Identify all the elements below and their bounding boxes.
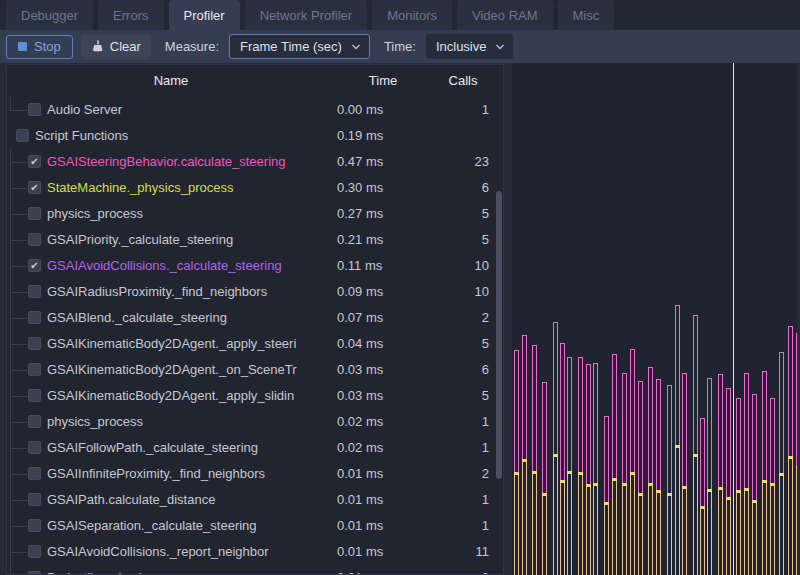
frame-bar-segment-pink [648,367,653,483]
frame-bar-segment-pink [560,343,565,480]
frame-bar[interactable] [675,305,680,575]
frame-bar-segment-tan [788,459,793,575]
table-row[interactable]: physics_process0.27 ms5 [7,201,503,227]
table-row[interactable]: GSAIRadiusProximity._find_neighbors0.09 … [7,279,503,305]
frame-bar[interactable] [718,374,723,575]
frame-bar[interactable] [762,371,767,575]
frame-bar[interactable] [638,381,643,575]
frame-bar[interactable] [788,326,793,575]
table-row[interactable]: GSAIInfiniteProximity._find_neighbors0.0… [7,461,503,487]
frame-bar[interactable] [648,367,653,575]
row-checkbox[interactable] [28,467,41,480]
frame-bar[interactable] [752,394,757,575]
tree-guide-dash [10,188,27,189]
frame-bar[interactable] [630,349,635,575]
table-row[interactable]: physics_process0.02 ms1 [7,409,503,435]
table-row[interactable]: GSAIPath.calculate_distance0.01 ms1 [7,487,503,513]
table-row[interactable]: GSAIFollowPath._calculate_steering0.02 m… [7,435,503,461]
stop-button[interactable]: Stop [6,35,73,59]
tab-debugger[interactable]: Debugger [6,0,93,30]
frame-time-graph[interactable] [512,63,797,575]
row-time: 0.07 ms [337,305,383,331]
tab-video-ram[interactable]: Video RAM [457,0,553,30]
tab-profiler[interactable]: Profiler [169,0,240,30]
frame-bar[interactable] [726,388,731,575]
row-checkbox[interactable] [28,103,41,116]
table-row[interactable]: GSAIBlend._calculate_steering0.07 ms2 [7,305,503,331]
frame-bar[interactable] [700,418,705,575]
row-checkbox[interactable] [28,571,41,574]
table-row[interactable]: Projectile._physics_process0.01 ms3 [7,565,503,574]
tab-misc[interactable]: Misc [558,0,615,30]
row-checkbox[interactable] [28,233,41,246]
row-checkbox[interactable] [28,493,41,506]
table-row[interactable]: GSAIAvoidCollisions._report_neighbor0.01… [7,539,503,565]
frame-bar[interactable] [770,398,775,575]
column-header-name[interactable]: Name [71,65,271,97]
row-checkbox[interactable] [28,519,41,532]
frame-bar-segment-tan [514,475,519,575]
frame-bar[interactable] [744,373,749,575]
row-checkbox[interactable] [28,363,41,376]
row-checkbox-checked[interactable]: ✔ [28,259,41,272]
frame-bar[interactable] [796,333,797,575]
row-checkbox-checked[interactable]: ✔ [28,155,41,168]
row-calls: 1 [482,513,489,539]
frame-bar[interactable] [567,357,572,575]
table-row[interactable]: GSAISeparation._calculate_steering0.01 m… [7,513,503,539]
row-time: 0.00 ms [337,97,383,123]
clear-button[interactable]: Clear [81,35,151,59]
row-checkbox[interactable] [28,441,41,454]
frame-bar[interactable] [514,350,519,575]
row-checkbox[interactable] [28,311,41,324]
frame-bar[interactable] [586,364,591,575]
tree-guide-dash [10,552,27,553]
frame-bar-segment-tan [604,505,609,575]
frame-bar[interactable] [779,352,784,575]
table-scrollbar-thumb[interactable] [496,191,502,479]
measure-dropdown[interactable]: Frame Time (sec) [229,34,370,59]
table-row[interactable]: Audio Server0.00 ms1 [7,97,503,123]
row-checkbox[interactable] [28,389,41,402]
frame-bar[interactable] [612,354,617,575]
row-checkbox[interactable] [28,285,41,298]
table-row[interactable]: ✔GSAIAvoidCollisions._calculate_steering… [7,253,503,279]
table-row[interactable]: ✔StateMachine._physics_process0.30 ms6 [7,175,503,201]
row-time: 0.02 ms [337,435,383,461]
tab-monitors[interactable]: Monitors [372,0,452,30]
frame-bar[interactable] [707,378,712,575]
frame-bar-segment-tan [682,489,687,575]
table-row[interactable]: GSAIPriority._calculate_steering0.21 ms5 [7,227,503,253]
tab-network-profiler[interactable]: Network Profiler [245,0,367,30]
table-row[interactable]: GSAIKinematicBody2DAgent._apply_steeri0.… [7,331,503,357]
frame-bar[interactable] [693,315,698,575]
frame-bar[interactable] [656,379,661,575]
frame-bar[interactable] [560,343,565,575]
frame-bar[interactable] [542,382,547,575]
column-header-time[interactable]: Time [337,65,429,97]
table-row[interactable]: GSAIKinematicBody2DAgent._apply_slidin0.… [7,383,503,409]
frame-bar[interactable] [667,385,672,575]
table-row[interactable]: ✔GSAISteeringBehavior.calculate_steering… [7,149,503,175]
column-header-calls[interactable]: Calls [421,65,504,97]
row-checkbox[interactable] [16,129,29,142]
frame-bar[interactable] [622,373,627,575]
frame-bar[interactable] [532,345,537,575]
frame-bar[interactable] [682,373,687,575]
frame-bar[interactable] [593,363,598,575]
row-checkbox[interactable] [28,415,41,428]
frame-bar[interactable] [553,322,558,575]
frame-bar[interactable] [736,398,741,575]
row-checkbox[interactable] [28,545,41,558]
row-checkbox-checked[interactable]: ✔ [28,181,41,194]
frame-bar[interactable] [578,357,583,575]
row-checkbox[interactable] [28,337,41,350]
row-checkbox[interactable] [28,207,41,220]
table-row[interactable]: Script Functions0.19 ms [7,123,503,149]
frame-bar[interactable] [522,335,527,575]
time-dropdown[interactable]: Inclusive [426,34,514,59]
frame-bar[interactable] [604,416,609,575]
tab-errors[interactable]: Errors [98,0,163,30]
table-row[interactable]: GSAIKinematicBody2DAgent._on_SceneTr0.03… [7,357,503,383]
frame-bar-segment-tan [622,486,627,575]
